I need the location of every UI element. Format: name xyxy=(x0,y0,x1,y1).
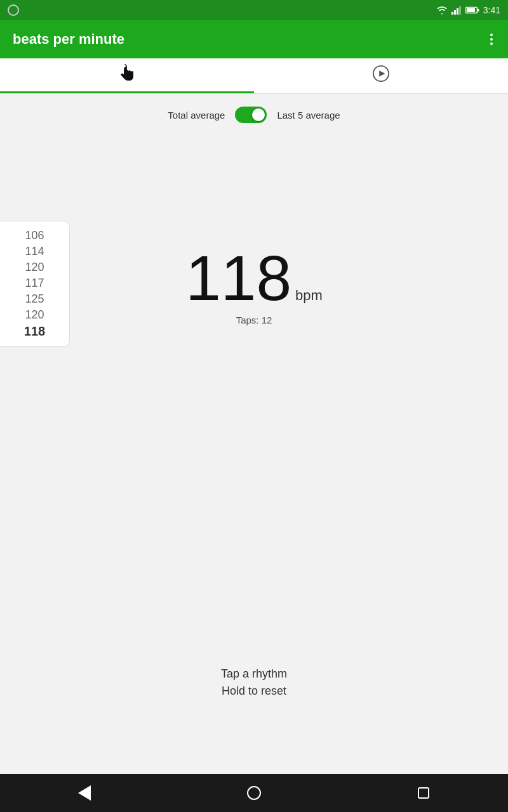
tap-instruction[interactable]: Tap a rhythm Hold to reset xyxy=(221,667,287,698)
toggle-row: Total average Last 5 average xyxy=(168,94,340,132)
time-display: 3:41 xyxy=(483,5,500,15)
home-button[interactable] xyxy=(238,777,270,809)
tap-rhythm-text: Tap a rhythm xyxy=(221,667,287,681)
status-bar-left xyxy=(8,4,19,16)
recent-icon xyxy=(418,787,429,799)
wifi-icon xyxy=(436,6,448,15)
last5-average-label: Last 5 average xyxy=(277,110,340,121)
svg-rect-6 xyxy=(478,9,479,11)
notification-icon xyxy=(8,4,19,16)
back-icon xyxy=(78,785,91,801)
tab-play[interactable] xyxy=(254,58,508,93)
history-list: 106 114 120 117 125 120 118 xyxy=(0,221,70,347)
recent-button[interactable] xyxy=(408,777,439,809)
history-item: 120 xyxy=(13,308,57,322)
svg-rect-5 xyxy=(467,8,475,12)
tab-bar xyxy=(0,58,508,94)
touch-icon xyxy=(117,64,137,88)
total-average-label: Total average xyxy=(168,110,225,121)
history-item: 117 xyxy=(13,277,57,290)
back-button[interactable] xyxy=(69,777,100,809)
svg-rect-2 xyxy=(457,8,458,15)
signal-icon xyxy=(451,6,462,15)
hold-reset-text: Hold to reset xyxy=(221,684,287,698)
bpm-value: 118 xyxy=(185,246,291,310)
history-item: 125 xyxy=(13,292,57,306)
battery-icon xyxy=(465,6,479,14)
status-bar-right: 3:41 xyxy=(436,5,500,15)
bpm-unit: bpm xyxy=(295,287,323,304)
svg-rect-1 xyxy=(454,10,456,15)
play-circle-icon xyxy=(372,65,390,87)
app-bar: beats per minute xyxy=(0,20,508,58)
main-content: Total average Last 5 average 106 114 120… xyxy=(0,94,508,774)
app-title: beats per minute xyxy=(13,31,124,48)
svg-rect-3 xyxy=(459,6,461,15)
history-item: 114 xyxy=(13,245,57,258)
svg-rect-0 xyxy=(451,12,453,15)
bottom-nav xyxy=(0,774,508,812)
bpm-display[interactable]: 118 bpm xyxy=(185,246,323,310)
average-toggle[interactable] xyxy=(235,107,267,123)
more-menu-button[interactable] xyxy=(488,31,495,48)
toggle-track xyxy=(235,107,267,123)
taps-count: Taps: 12 xyxy=(236,315,272,325)
toggle-thumb xyxy=(252,108,265,121)
home-icon xyxy=(247,786,261,800)
tab-tap[interactable] xyxy=(0,58,254,93)
history-current-item: 118 xyxy=(13,324,57,339)
history-item: 120 xyxy=(13,261,57,274)
status-bar: 3:41 xyxy=(0,0,508,20)
history-item: 106 xyxy=(13,229,57,242)
